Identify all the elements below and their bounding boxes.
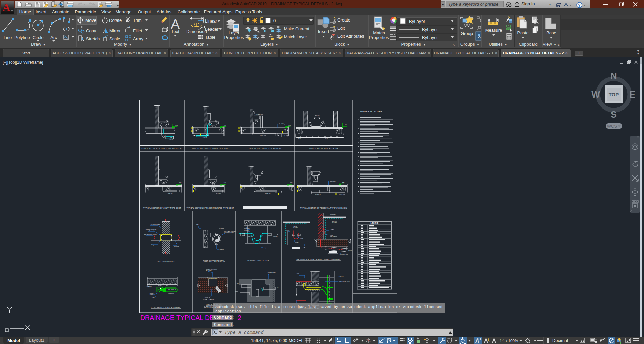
svg-text:50 Ø: 50 Ø xyxy=(297,273,299,275)
svg-text:CALL SPACES: CALL SPACES xyxy=(330,236,337,237)
svg-text:100 Ø SLP: 100 Ø SLP xyxy=(339,194,345,196)
svg-text:Copy: Copy xyxy=(86,28,96,33)
svg-text:100 Ø: 100 Ø xyxy=(169,139,173,140)
svg-text:TYPICAL SECTION OF BATH TUB: TYPICAL SECTION OF BATH TUB xyxy=(309,148,338,150)
svg-text:SOUND DE: SOUND DE xyxy=(244,228,250,229)
svg-text:Command:: Command: xyxy=(214,322,234,327)
svg-text:TO G.P: TO G.P xyxy=(348,250,352,252)
svg-text:ByLayer: ByLayer xyxy=(422,35,438,40)
svg-text:WALL: WALL xyxy=(196,224,199,225)
svg-text:Match Layer: Match Layer xyxy=(284,35,307,39)
svg-text:ByLayer: ByLayer xyxy=(409,19,425,24)
svg-text:inlet: inlet xyxy=(237,283,239,284)
svg-text:C.I pipe: C.I pipe xyxy=(151,297,155,298)
svg-text:TYPICAL SECTION OF PEDESTAL TY: TYPICAL SECTION OF PEDESTAL TYPE WASH BA… xyxy=(300,207,347,209)
svg-text:G.I. PIPE: G.I. PIPE xyxy=(219,228,224,230)
svg-text:50 Ø: 50 Ø xyxy=(325,138,328,139)
svg-text:U.L. listed: U.L. listed xyxy=(174,246,179,247)
svg-text:Text: Text xyxy=(171,29,179,34)
svg-text:A: A xyxy=(2,1,10,13)
svg-text:drainage weight: drainage weight xyxy=(268,272,276,273)
svg-text:Decimal: Decimal xyxy=(552,338,568,343)
svg-text:VENT PIPE: VENT PIPE xyxy=(248,236,253,237)
svg-text:bath tub: bath tub xyxy=(315,115,319,116)
svg-text:50 Ø SLP: 50 Ø SLP xyxy=(216,193,221,194)
svg-text:WCS: WCS xyxy=(607,124,617,129)
svg-text:Scale: Scale xyxy=(109,36,120,41)
svg-text:washed by: washed by xyxy=(330,214,336,215)
svg-text:application.: application. xyxy=(215,309,243,313)
svg-text:+ RISER: + RISER xyxy=(219,249,224,250)
svg-text:100 UP: 100 UP xyxy=(286,230,289,231)
svg-text:caulking: caulking xyxy=(150,244,154,246)
svg-text:Fillet: Fillet xyxy=(133,28,142,33)
svg-text:Properties: Properties xyxy=(369,35,389,40)
svg-text:hanger rod: hanger rod xyxy=(147,286,152,287)
svg-text:TYPICAL SECTION OF VANITY TYPE: TYPICAL SECTION OF VANITY TYPE EWC xyxy=(192,148,229,150)
svg-text:inlet: inlet xyxy=(277,287,279,289)
svg-text:Layer: Layer xyxy=(229,30,240,35)
svg-text:TYPICAL SECTION OF VANITY TYPE: TYPICAL SECTION OF VANITY TYPE BIDET xyxy=(143,207,181,209)
svg-text:Rotate: Rotate xyxy=(109,18,122,23)
svg-text:F.F.L: F.F.L xyxy=(342,182,345,183)
svg-text:F.F.L: F.F.L xyxy=(290,182,293,184)
svg-text:100 Ø UP: 100 Ø UP xyxy=(244,230,249,231)
svg-text:h/p SLP: h/p SLP xyxy=(284,135,288,137)
svg-text:50 Ø SLP: 50 Ø SLP xyxy=(168,193,173,194)
svg-text:GENERAL NOTES :: GENERAL NOTES : xyxy=(360,110,384,113)
svg-text:Base: Base xyxy=(546,30,556,35)
svg-text:WASHING M ACHINE DRAIN CONNECT: WASHING M ACHINE DRAIN CONNECTION DETAIL xyxy=(296,258,341,260)
svg-text:Arc: Arc xyxy=(50,35,57,40)
svg-text:Match: Match xyxy=(373,30,385,35)
svg-text:Autodesk DWG. This file is a: Autodesk DWG. This file is a TrustedDWG … xyxy=(215,305,442,309)
svg-text:Polyline: Polyline xyxy=(14,35,30,40)
svg-text:MACHINE: MACHINE xyxy=(332,222,337,224)
svg-text:Line: Line xyxy=(4,35,12,40)
svg-text:TOP: TOP xyxy=(609,92,619,97)
svg-text:H.L CLEANOUT SUPPORT DETAIL: H.L CLEANOUT SUPPORT DETAIL xyxy=(151,306,181,308)
svg-text:Trim: Trim xyxy=(133,18,142,23)
svg-text:+ slbg: + slbg xyxy=(263,247,266,249)
svg-text:ByLayer: ByLayer xyxy=(422,27,438,32)
svg-text:1:1 / 100%: 1:1 / 100% xyxy=(500,339,518,343)
svg-text:Speck fitting: Speck fitting xyxy=(279,123,285,125)
svg-text:Measure: Measure xyxy=(485,28,502,33)
svg-text:Circle: Circle xyxy=(32,35,43,40)
svg-text:ht-97: ht-97 xyxy=(298,138,301,139)
svg-text:LEGEND: LEGEND xyxy=(371,222,379,224)
svg-text:F.F.L: F.F.L xyxy=(224,182,226,184)
svg-text:E: E xyxy=(629,90,635,100)
svg-text:both sides sealant as noted: both sides sealant as noted xyxy=(144,234,157,235)
svg-text:FIX OVER CHANNEL: FIX OVER CHANNEL xyxy=(224,232,234,234)
svg-text:Command:: Command: xyxy=(214,315,234,320)
svg-text:Array: Array xyxy=(133,36,144,41)
svg-text:?: ? xyxy=(578,3,580,8)
svg-text:Insert: Insert xyxy=(318,29,329,34)
svg-text:Type a command: Type a command xyxy=(224,330,264,335)
svg-text:N: N xyxy=(610,71,617,81)
svg-text:RUNNING TRAP DETAILS: RUNNING TRAP DETAILS xyxy=(247,260,269,262)
svg-text:F.F.L: F.F.L xyxy=(224,125,226,126)
svg-text:Edit: Edit xyxy=(337,26,345,31)
svg-text:MACHINE: MACHINE xyxy=(293,227,298,229)
svg-text:W: W xyxy=(591,90,600,100)
svg-text:DRAIN: DRAIN xyxy=(300,238,303,240)
svg-text:Linear: Linear xyxy=(205,18,217,24)
svg-text:F.F.L: F.F.L xyxy=(288,125,291,126)
svg-text:50 Ø SLP: 50 Ø SLP xyxy=(315,194,321,196)
svg-text:Move: Move xyxy=(85,18,96,23)
svg-text:floor waste: floor waste xyxy=(330,181,336,182)
svg-text:TYPICAL SECTION OF FLOOR MOUNT: TYPICAL SECTION OF FLOOR MOUNTED E.W.C xyxy=(141,148,183,150)
svg-text:PIPE RATED WALLS: PIPE RATED WALLS xyxy=(157,261,175,263)
svg-text:TO DRAIN: TO DRAIN xyxy=(273,236,277,237)
svg-text:0: 0 xyxy=(273,18,276,23)
svg-text:support: support xyxy=(150,294,153,295)
svg-text:PIPE SUPPORT (TYP): PIPE SUPPORT (TYP) xyxy=(339,281,350,282)
svg-text:F.F.L: F.F.L xyxy=(345,124,347,126)
svg-text:F.F.L: F.F.L xyxy=(179,182,182,184)
svg-text:Edit Attributes: Edit Attributes xyxy=(337,34,364,39)
svg-text:KITCHEN SINK: KITCHEN SINK xyxy=(256,114,264,115)
svg-text:WASHING: WASHING xyxy=(332,221,337,222)
svg-text:Table: Table xyxy=(205,35,215,40)
svg-text:FFL: FFL xyxy=(304,247,306,248)
